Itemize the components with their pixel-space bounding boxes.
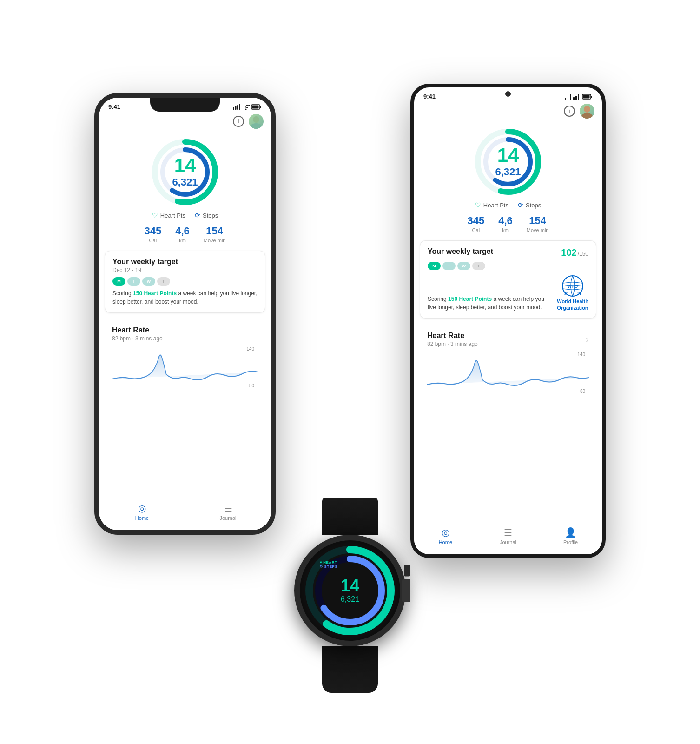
right-info-icon[interactable]: i [564, 106, 575, 117]
svg-rect-6 [260, 106, 261, 108]
day-w: W [142, 277, 155, 286]
right-app-header: i [414, 102, 602, 122]
watch-crown-small [404, 565, 410, 576]
battery-icon [251, 104, 262, 110]
watch-rings: ♥HEART ⟳STEPS 14 6,321 [308, 549, 392, 632]
right-weekly-card: Your weekly target 102 /150 M T W T [420, 240, 596, 319]
wifi-icon [242, 104, 250, 110]
left-heart-rate[interactable]: Heart Rate 82 bpm · 3 mins ago [105, 320, 265, 494]
svg-point-4 [245, 108, 247, 110]
right-home-icon: ◎ [442, 527, 449, 538]
left-heart-pts-label: ♡ Heart Pts [152, 212, 185, 219]
right-heart-pts-label: ♡ Heart Pts [475, 201, 508, 209]
svg-point-8 [253, 116, 259, 123]
left-weekly-desc: Scoring 150 Heart Points a week can help… [112, 289, 258, 306]
right-highlight: 150 Heart Points [448, 296, 492, 302]
steps-icon: ⟳ [195, 212, 200, 219]
day-t2: T [157, 277, 170, 286]
left-stat-move: 154 Move min [204, 225, 226, 243]
svg-rect-1 [235, 106, 237, 110]
right-ring-steps: 6,321 [495, 166, 521, 178]
watch-center-text: 14 6,321 [341, 578, 359, 604]
right-time: 9:41 [423, 93, 436, 100]
svg-rect-18 [591, 96, 592, 98]
watch-steps: 6,321 [341, 595, 359, 604]
right-day-w: W [457, 262, 470, 270]
left-hr-sub: 82 bpm · 3 mins ago [112, 335, 258, 342]
left-nav-journal[interactable]: ☰ Journal [214, 503, 242, 521]
right-avatar[interactable] [580, 104, 594, 119]
signal-icon [233, 104, 240, 110]
right-hr-chart: 140 80 [427, 352, 589, 399]
day-m: M [112, 277, 125, 286]
right-day-m: M [428, 262, 441, 270]
svg-rect-15 [575, 96, 577, 100]
svg-rect-3 [239, 104, 241, 110]
svg-point-21 [581, 113, 593, 119]
right-steps-icon: ⟳ [518, 201, 523, 209]
right-status-icons [565, 94, 593, 100]
watch-band-bottom [322, 646, 378, 693]
right-ring-number: 14 [495, 146, 521, 165]
right-weekly-left: Your weekly target [428, 247, 493, 256]
left-bottom-nav: ◎ Home ☰ Journal [99, 498, 271, 530]
watch-band-top [322, 498, 378, 535]
right-weekly-title: Your weekly target [428, 247, 493, 256]
watch-number: 14 [341, 578, 359, 594]
right-day-t1: T [442, 262, 456, 270]
journal-icon: ☰ [224, 503, 232, 514]
left-nav-home[interactable]: ◎ Home [128, 503, 156, 521]
right-ring-section: 14 6,321 ♡ Heart Pts ⟳ Steps [414, 122, 602, 211]
score-value: 102 [561, 247, 576, 258]
svg-point-9 [251, 123, 262, 129]
right-nav-home[interactable]: ◎ Home [431, 527, 459, 545]
avatar[interactable] [249, 114, 264, 129]
right-nav-profile[interactable]: 👤 Profile [557, 527, 585, 545]
right-day-t2: T [472, 262, 485, 270]
info-icon[interactable]: i [233, 116, 244, 127]
right-phone-screen: 9:41 [414, 87, 602, 554]
right-heart-rate[interactable]: Heart Rate 82 bpm · 3 mins ago › [420, 326, 596, 518]
day-t1: T [127, 277, 140, 286]
right-battery-icon [582, 94, 593, 100]
svg-text:WHO: WHO [568, 284, 578, 289]
right-weekly-desc: Scoring 150 Heart Points a week can help… [428, 295, 551, 312]
left-ring-container: 14 6,321 [150, 137, 220, 207]
left-hr-chart: 140 80 [112, 346, 258, 393]
smartwatch: ♥HEART ⟳STEPS 14 6,321 [280, 498, 420, 684]
left-app-header: i [99, 112, 271, 133]
left-ring-number: 14 [172, 156, 198, 175]
svg-rect-14 [573, 97, 575, 100]
watch-labels: ♥HEART ⟳STEPS [308, 560, 392, 569]
left-weekly-title: Your weekly target [112, 258, 258, 266]
right-steps-label: ⟳ Steps [518, 201, 541, 209]
scene: 9:41 [94, 46, 606, 698]
left-stat-km: 4,6 km [175, 225, 190, 243]
who-text: World HealthOrganization [557, 298, 588, 312]
right-hr-title: Heart Rate [427, 332, 478, 340]
svg-rect-2 [237, 105, 238, 110]
left-weekly-progress: M T W T [112, 277, 258, 286]
left-phone-screen: 9:41 [99, 98, 271, 530]
who-logo-container: WHO World HealthOrganization [557, 274, 588, 312]
right-heart-icon: ♡ [475, 201, 481, 209]
score-max: /150 [578, 251, 588, 257]
camera-hole [505, 91, 511, 97]
right-ring-center: 14 6,321 [495, 146, 521, 178]
right-nav-journal[interactable]: ☰ Journal [494, 527, 522, 545]
heart-pts-icon: ♡ [152, 212, 158, 219]
svg-rect-7 [252, 105, 259, 108]
left-status-icons [233, 104, 262, 110]
notch [150, 98, 220, 112]
left-weekly-date: Dec 12 - 19 [112, 267, 258, 273]
right-ring-labels: ♡ Heart Pts ⟳ Steps [475, 201, 541, 209]
right-hr-sub: 82 bpm · 3 mins ago [427, 341, 478, 347]
right-profile-icon: 👤 [565, 527, 576, 538]
left-app-content: 9:41 [99, 98, 271, 530]
watch-steps-label: ⟳STEPS [320, 565, 337, 569]
left-phone: 9:41 [94, 93, 276, 535]
left-ring-labels: ♡ Heart Pts ⟳ Steps [152, 212, 218, 219]
data-icon [565, 94, 571, 100]
left-stat-cal: 345 Cal [145, 225, 162, 243]
svg-point-20 [584, 106, 590, 113]
